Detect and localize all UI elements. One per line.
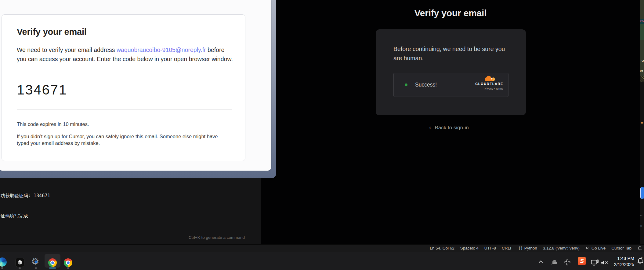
cloudflare-turnstile-widget[interactable]: Success! CLOUDFLARE Privacy•Terms [393, 73, 508, 97]
chevron-left-icon: ‹ [429, 124, 431, 131]
cloudflare-branding: CLOUDFLARE Privacy•Terms [467, 76, 503, 90]
turnstile-status: Success! [415, 82, 437, 88]
chrome-browser-icon-active[interactable] [48, 258, 57, 267]
human-check-card: Before continuing, we need to be sure yo… [376, 29, 526, 115]
code-expiry-note: This code expires in 10 minutes. [17, 121, 89, 127]
legal-separator: • [494, 87, 495, 90]
chrome-browser-icon[interactable] [64, 258, 72, 267]
running-indicator [35, 268, 37, 268]
status-language-label: Python [524, 246, 537, 250]
cloudflare-cloud-icon [483, 76, 497, 82]
email-body-text: We need to verify your email address waq… [17, 45, 234, 64]
email-window-body: Verify your email We need to verify your… [0, 0, 271, 171]
notification-dnd-bell[interactable]: z [637, 257, 644, 265]
sliver-text-fragment: er [640, 69, 644, 73]
verification-code: 134671 [17, 82, 67, 98]
cloudflare-wordmark: CLOUDFLARE [467, 82, 503, 86]
ime-cross-icon[interactable] [564, 259, 570, 265]
clipped-window-edge: co _w er ↵ × [640, 0, 644, 244]
status-encoding[interactable]: UTF-8 [484, 246, 496, 250]
speaker-muted-icon[interactable] [601, 260, 609, 265]
status-indentation[interactable]: Spaces: 4 [460, 246, 479, 250]
running-indicator [67, 268, 69, 268]
sliver-block [640, 24, 644, 40]
active-running-indicator [49, 268, 56, 268]
sliver-hatch-pattern [640, 76, 644, 82]
back-to-signin-link[interactable]: ‹Back to sign-in [411, 124, 487, 131]
success-dot-icon [405, 83, 407, 86]
challenge-text: Before continuing, we need to be sure yo… [393, 44, 507, 63]
terminal-panel[interactable]: 功获取验证码: 134671 证码填写完成 在处理 Turnstile 验证..… [0, 177, 261, 244]
sogou-input-icon[interactable]: S [578, 257, 586, 265]
tray-chevron-up-icon[interactable] [538, 260, 543, 263]
email-disclaimer: If you didn’t sign up for Cursor, you ca… [17, 133, 230, 146]
scrollbar-thumb[interactable] [640, 187, 644, 199]
settings-gear-center [35, 261, 38, 263]
terms-link[interactable]: Terms [495, 87, 503, 90]
cursor-app-icon[interactable] [15, 258, 24, 267]
sliver-marker [641, 122, 643, 124]
email-body-pre: We need to verify your email address [17, 46, 117, 53]
python-braces-icon: {} [518, 246, 523, 250]
tray-clock[interactable]: 1:43 PM 2/12/2025 [608, 255, 634, 268]
status-go-live[interactable]: Go Live [585, 246, 606, 250]
status-line-col[interactable]: Ln 54, Col 62 [430, 246, 454, 250]
sliver-block [640, 0, 644, 19]
sliver-text-fragment: _w [640, 59, 644, 63]
back-to-signin-label: Back to sign-in [435, 125, 469, 131]
status-interpreter[interactable]: 3.12.8 ('venv': venv) [543, 246, 580, 250]
edge-browser-icon[interactable] [0, 257, 7, 267]
email-card: Verify your email We need to verify your… [2, 14, 245, 161]
vscode-status-bar: Ln 54, Col 62 Spaces: 4 UTF-8 CRLF {} Py… [0, 244, 644, 252]
clock-date: 2/12/2025 [608, 261, 634, 268]
status-cursor-tab[interactable]: Cursor Tab [611, 246, 631, 250]
terminal-line: 证码填写完成 [1, 213, 62, 219]
terminal-ctrlk-hint: Ctrl+K to generate a command [171, 235, 262, 240]
clock-time: 1:43 PM [608, 255, 634, 261]
broadcast-icon [585, 246, 590, 250]
email-address-link[interactable]: waquobraucoibo-9105@noreply.fr [117, 46, 206, 53]
privacy-link[interactable]: Privacy [484, 87, 493, 90]
cube-icon [17, 260, 23, 265]
browser-verification-page: Verify your email Before continuing, we … [261, 0, 644, 244]
display-pen-icon[interactable] [591, 259, 599, 266]
terminal-line: 功获取验证码: 134671 [1, 192, 62, 199]
page-title: Verify your email [389, 8, 512, 18]
bell-icon [637, 246, 642, 251]
bell-z-icon [637, 257, 644, 265]
dnd-z-label: z [641, 257, 642, 260]
status-eol[interactable]: CRLF [502, 246, 512, 250]
close-glyph-icon: × [640, 224, 642, 228]
sogou-letter: S [580, 258, 584, 264]
divider [17, 109, 232, 110]
sliver-text-fragment: co [640, 19, 644, 23]
notifications-bell[interactable] [637, 246, 642, 251]
windows-taskbar: ⚙ S 1:43 PM 2/12/2025 [0, 252, 644, 270]
status-language[interactable]: {} Python [518, 246, 537, 250]
running-indicator [19, 268, 21, 268]
running-indicator [1, 268, 3, 268]
onedrive-offline-icon[interactable] [550, 259, 558, 265]
email-title: Verify your email [17, 27, 87, 37]
email-window: Verify your email We need to verify your… [0, 0, 276, 178]
terminal-line [1, 233, 62, 239]
return-glyph-icon: ↵ [640, 213, 642, 217]
go-live-label: Go Live [592, 246, 606, 250]
